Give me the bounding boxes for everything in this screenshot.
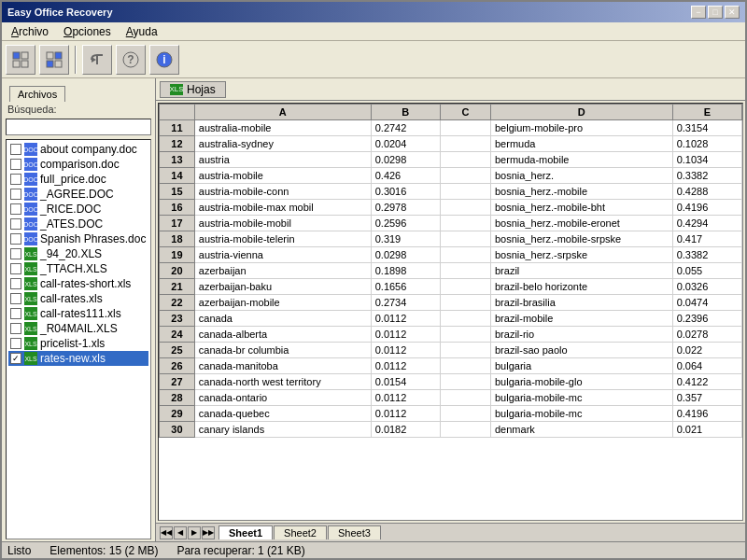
cell-d[interactable]: bulgaria bbox=[491, 358, 673, 374]
cell-c[interactable] bbox=[440, 390, 490, 406]
cell-b[interactable]: 0.0112 bbox=[371, 311, 440, 327]
toolbar-help-button[interactable]: ? bbox=[116, 45, 146, 75]
archivos-tab[interactable]: Archivos bbox=[9, 86, 65, 102]
sheet-tab-sheet2[interactable]: Sheet2 bbox=[274, 525, 327, 539]
file-checkbox[interactable] bbox=[10, 263, 21, 274]
file-item[interactable]: DOC_AGREE.DOC bbox=[8, 187, 148, 202]
cell-d[interactable]: bosnia_herz.-mobile-srpske bbox=[491, 231, 673, 247]
cell-c[interactable] bbox=[440, 152, 490, 168]
file-item[interactable]: DOCcomparison.doc bbox=[8, 157, 148, 172]
cell-a[interactable]: canada-alberta bbox=[194, 327, 371, 343]
cell-c[interactable] bbox=[440, 216, 490, 231]
cell-b[interactable]: 0.0204 bbox=[371, 136, 440, 152]
cell-e[interactable]: 0.0326 bbox=[672, 279, 741, 295]
cell-b[interactable]: 0.2734 bbox=[371, 295, 440, 311]
toolbar-info-button[interactable]: i bbox=[149, 45, 179, 75]
cell-a[interactable]: canada-quebec bbox=[194, 406, 371, 422]
cell-e[interactable]: 0.4196 bbox=[672, 406, 741, 422]
file-checkbox[interactable] bbox=[10, 144, 21, 155]
file-item[interactable]: DOC_ATES.DOC bbox=[8, 217, 148, 231]
menu-archivo[interactable]: Archivo bbox=[6, 24, 54, 39]
cell-e[interactable]: 0.3154 bbox=[672, 120, 741, 136]
cell-c[interactable] bbox=[440, 231, 490, 247]
cell-b[interactable]: 0.0112 bbox=[371, 358, 440, 374]
cell-d[interactable]: bosnia_herz.-mobile bbox=[491, 184, 673, 200]
cell-d[interactable]: brazil bbox=[491, 263, 673, 279]
file-checkbox[interactable] bbox=[10, 278, 21, 289]
file-item[interactable]: XLS_TTACH.XLS bbox=[8, 261, 148, 276]
cell-e[interactable]: 0.3382 bbox=[672, 247, 741, 263]
cell-e[interactable]: 0.417 bbox=[672, 231, 741, 247]
cell-a[interactable]: azerbaijan-mobile bbox=[194, 295, 371, 311]
cell-c[interactable] bbox=[440, 136, 490, 152]
cell-e[interactable]: 0.064 bbox=[672, 358, 741, 374]
toolbar-undo-button[interactable] bbox=[82, 45, 112, 75]
cell-d[interactable]: bosnia_herz.-mobile-bht bbox=[491, 200, 673, 216]
cell-b[interactable]: 0.1656 bbox=[371, 279, 440, 295]
file-item[interactable]: XLS_94_20.XLS bbox=[8, 246, 148, 261]
file-checkbox[interactable] bbox=[10, 323, 21, 334]
cell-d[interactable]: brazil-rio bbox=[491, 327, 673, 343]
cell-d[interactable]: brazil-belo horizonte bbox=[491, 279, 673, 295]
cell-e[interactable]: 0.357 bbox=[672, 390, 741, 406]
cell-c[interactable] bbox=[440, 422, 490, 438]
cell-a[interactable]: austria-mobile-telerin bbox=[194, 231, 371, 247]
cell-b[interactable]: 0.0182 bbox=[371, 422, 440, 438]
cell-c[interactable] bbox=[440, 184, 490, 200]
cell-a[interactable]: canada-ontario bbox=[194, 390, 371, 406]
file-checkbox[interactable] bbox=[10, 203, 21, 215]
file-checkbox[interactable] bbox=[10, 293, 21, 304]
file-checkbox[interactable] bbox=[10, 159, 21, 170]
cell-a[interactable]: austria-mobile bbox=[194, 168, 371, 184]
file-checkbox[interactable] bbox=[10, 353, 21, 364]
cell-c[interactable] bbox=[440, 200, 490, 216]
cell-a[interactable]: austria-mobile-conn bbox=[194, 184, 371, 200]
cell-c[interactable] bbox=[440, 279, 490, 295]
cell-e[interactable]: 0.3382 bbox=[672, 168, 741, 184]
cell-c[interactable] bbox=[440, 358, 490, 374]
minimize-button[interactable]: − bbox=[691, 6, 706, 19]
sheet-nav-prev[interactable]: ◀ bbox=[174, 526, 187, 539]
sheet-nav-last[interactable]: ▶▶ bbox=[202, 526, 215, 539]
cell-c[interactable] bbox=[440, 168, 490, 184]
file-checkbox[interactable] bbox=[10, 308, 21, 319]
cell-d[interactable]: belgium-mobile-pro bbox=[491, 120, 673, 136]
file-checkbox[interactable] bbox=[10, 174, 21, 185]
spreadsheet-scroll[interactable]: ABCDE11australia-mobile0.2742belgium-mob… bbox=[159, 104, 742, 520]
sheet-nav-first[interactable]: ◀◀ bbox=[160, 526, 173, 539]
file-checkbox[interactable] bbox=[10, 338, 21, 349]
cell-b[interactable]: 0.3016 bbox=[371, 184, 440, 200]
file-item[interactable]: XLSpricelist-1.xls bbox=[8, 336, 148, 351]
cell-c[interactable] bbox=[440, 406, 490, 422]
file-item[interactable]: DOCfull_price.doc bbox=[8, 172, 148, 187]
cell-a[interactable]: australia-sydney bbox=[194, 136, 371, 152]
maximize-button[interactable]: □ bbox=[708, 6, 723, 19]
file-item[interactable]: DOC_RICE.DOC bbox=[8, 202, 148, 217]
cell-c[interactable] bbox=[440, 295, 490, 311]
cell-e[interactable]: 0.055 bbox=[672, 263, 741, 279]
cell-b[interactable]: 0.1898 bbox=[371, 263, 440, 279]
cell-e[interactable]: 0.4288 bbox=[672, 184, 741, 200]
cell-a[interactable]: austria-mobile-max mobil bbox=[194, 200, 371, 216]
cell-d[interactable]: brazil-brasilia bbox=[491, 295, 673, 311]
cell-d[interactable]: bermuda bbox=[491, 136, 673, 152]
menu-ayuda[interactable]: Ayuda bbox=[120, 24, 163, 39]
sheet-tab-sheet1[interactable]: Sheet1 bbox=[218, 525, 273, 539]
file-checkbox[interactable] bbox=[10, 189, 21, 200]
cell-e[interactable]: 0.2396 bbox=[672, 311, 741, 327]
cell-a[interactable]: austria-mobile-mobil bbox=[194, 216, 371, 231]
cell-d[interactable]: brazil-mobile bbox=[491, 311, 673, 327]
file-checkbox[interactable] bbox=[10, 218, 21, 230]
cell-e[interactable]: 0.0474 bbox=[672, 295, 741, 311]
hojas-tab[interactable]: XLS Hojas bbox=[160, 81, 226, 98]
cell-e[interactable]: 0.1034 bbox=[672, 152, 741, 168]
file-checkbox[interactable] bbox=[10, 248, 21, 259]
cell-b[interactable]: 0.2978 bbox=[371, 200, 440, 216]
file-item[interactable]: DOCabout company.doc bbox=[8, 142, 148, 157]
cell-c[interactable] bbox=[440, 374, 490, 390]
cell-a[interactable]: austria bbox=[194, 152, 371, 168]
file-item[interactable]: XLS_R04MAIL.XLS bbox=[8, 321, 148, 336]
cell-c[interactable] bbox=[440, 120, 490, 136]
menu-opciones[interactable]: Opciones bbox=[58, 24, 117, 39]
cell-b[interactable]: 0.0298 bbox=[371, 247, 440, 263]
